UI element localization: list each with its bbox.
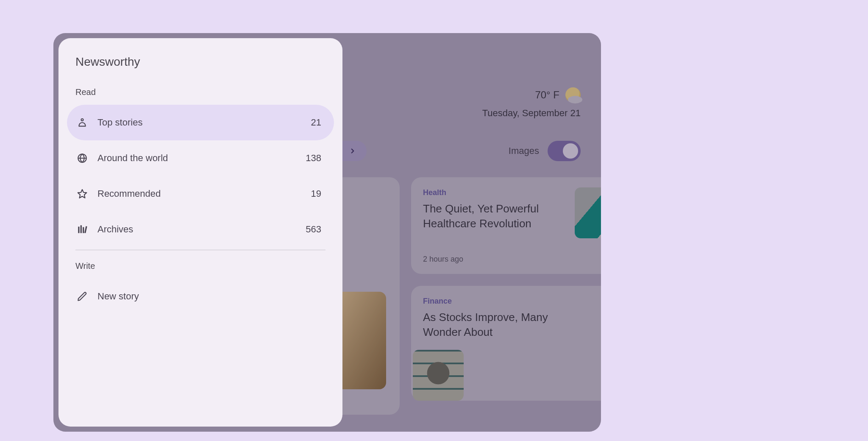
sidebar-item-new-story[interactable]: New story [67, 279, 334, 314]
sidebar-item-recommended[interactable]: Recommended 19 [67, 176, 334, 212]
section-divider [75, 250, 326, 250]
svg-rect-5 [83, 227, 84, 233]
app-title: Newsworthy [67, 55, 334, 69]
sidebar-item-label: New story [97, 291, 139, 302]
article-thumbnail [413, 350, 464, 401]
images-switch[interactable] [548, 141, 581, 161]
sidebar-item-label: Around the world [97, 153, 168, 164]
article-category: Health [423, 188, 601, 197]
library-icon [76, 223, 88, 235]
sidebar-item-label: Recommended [97, 188, 161, 199]
sidebar-item-label: Archives [97, 224, 133, 235]
article-timestamp: 2 hours ago [423, 255, 463, 264]
sidebar-item-count: 138 [306, 153, 321, 164]
weather-icon [565, 87, 581, 103]
images-toggle-label: Images [509, 145, 539, 156]
person-pin-icon [76, 117, 88, 128]
images-toggle-group: Images [509, 141, 581, 161]
chevron-right-icon [349, 147, 356, 155]
svg-rect-3 [78, 227, 79, 233]
article-card-finance[interactable]: Finance As Stocks Improve, Many Wonder A… [411, 286, 601, 401]
sidebar-item-archives[interactable]: Archives 563 [67, 212, 334, 247]
svg-rect-4 [81, 225, 82, 233]
current-date: Tuesday, September 21 [482, 108, 581, 119]
article-title: As Stocks Improve, Many Wonder About [423, 310, 559, 340]
article-category: Finance [423, 297, 601, 306]
article-card-health[interactable]: Health The Quiet, Yet Powerful Healthcar… [411, 177, 601, 274]
svg-point-0 [81, 119, 83, 121]
article-thumbnail [575, 187, 601, 238]
globe-icon [76, 152, 88, 164]
navigation-drawer: Newsworthy Read Top stories 21 Around th… [58, 38, 342, 427]
temperature: 70° F [535, 89, 559, 101]
sidebar-item-count: 19 [311, 188, 321, 199]
app-window: 70° F Tuesday, September 21 . Most Read … [53, 33, 601, 432]
sidebar-item-count: 21 [311, 117, 321, 128]
side-cards-column: Health The Quiet, Yet Powerful Healthcar… [411, 177, 601, 401]
section-label-read: Read [67, 87, 334, 97]
sidebar-item-top-stories[interactable]: Top stories 21 [67, 105, 334, 140]
section-label-write: Write [67, 261, 334, 271]
svg-rect-6 [84, 226, 87, 233]
svg-marker-2 [78, 190, 87, 198]
pencil-icon [76, 290, 88, 302]
sidebar-item-label: Top stories [97, 117, 142, 128]
star-icon [76, 188, 88, 200]
sidebar-item-around-world[interactable]: Around the world 138 [67, 140, 334, 176]
weather-date: 70° F Tuesday, September 21 [482, 87, 581, 119]
sidebar-item-count: 563 [306, 224, 321, 235]
article-title: The Quiet, Yet Powerful Healthcare Revol… [423, 201, 559, 231]
